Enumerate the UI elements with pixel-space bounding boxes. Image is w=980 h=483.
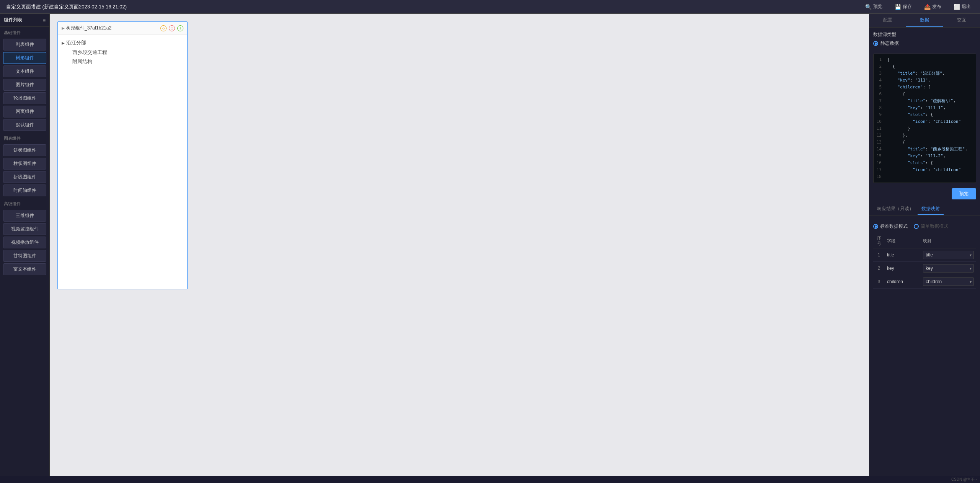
row-1-mapping-wrapper: title key children — [923, 251, 974, 259]
sidebar-item-line[interactable]: 折线图组件 — [3, 171, 46, 183]
mapping-table: 序号 字段 映射 1 title title — [873, 233, 976, 289]
col-header-field: 字段 — [885, 233, 921, 248]
tree-node-label-child2: 附属结构 — [72, 59, 92, 64]
row-1-mapping-select[interactable]: title key children — [923, 251, 974, 259]
row-2-mapping-wrapper: key title children — [923, 264, 974, 273]
code-lines: 12345 678910 1112131415 161718 [ { "titl… — [874, 54, 976, 183]
group-label-advanced: 高级组件 — [0, 198, 49, 208]
sidebar-toggle-icon[interactable]: ≡ — [43, 18, 46, 23]
sidebar-item-carousel[interactable]: 轮播图组件 — [3, 92, 46, 104]
code-content: [ { "title": "沿江分部", "key": "111", "chil… — [884, 54, 976, 183]
tab-data-mapping[interactable]: 数据映射 — [918, 203, 944, 215]
top-actions: 🔍 预览 💾 保存 📤 发布 ⬜ 退出 — [862, 2, 974, 11]
widget-arrow: ▶ — [62, 26, 65, 30]
simple-mode[interactable]: 简单数据模式 — [914, 223, 948, 230]
tab-config[interactable]: 配置 — [869, 14, 906, 27]
sidebar-item-webpage[interactable]: 网页组件 — [3, 106, 46, 117]
sidebar-title: 组件列表 — [4, 17, 22, 23]
row-3-field: children — [885, 275, 921, 289]
sidebar-item-richtext[interactable]: 富文本组件 — [3, 263, 46, 275]
line-numbers: 12345 678910 1112131415 161718 — [874, 54, 884, 183]
code-line-5: "children": [ — [887, 84, 973, 91]
publish-icon: 📤 — [924, 4, 931, 10]
row-3-mapping-cell: children title key — [921, 275, 976, 289]
tab-response-result[interactable]: 响应结果（只读） — [873, 203, 918, 215]
tab-interaction[interactable]: 交互 — [943, 14, 980, 27]
row-3-mapping-wrapper: children title key — [923, 277, 974, 286]
standard-mode[interactable]: 标准数据模式 — [873, 223, 908, 230]
code-line-11: } — [887, 125, 973, 132]
widget-header: ▶ 树形组件_37af1b21a2 ○ ○ + — [58, 22, 187, 35]
mapping-modes-row: 标准数据模式 简单数据模式 — [873, 223, 976, 230]
top-bar: 自定义页面搭建 (新建自定义页面2023-02-15 16:21:02) 🔍 预… — [0, 0, 980, 14]
preview-icon: 🔍 — [865, 4, 872, 10]
publish-button[interactable]: 📤 发布 — [921, 2, 944, 11]
sidebar-item-gantt[interactable]: 甘特图组件 — [3, 250, 46, 262]
code-editor[interactable]: 12345 678910 1112131415 161718 [ { "titl… — [873, 54, 976, 183]
code-line-13: { — [887, 139, 973, 146]
widget-close-button[interactable]: ○ — [169, 25, 175, 31]
tree-child-1[interactable]: 西乡段交通工程 — [62, 48, 183, 57]
code-line-7: "title": "疏解桥\t", — [887, 98, 973, 104]
code-line-9: "slots": { — [887, 111, 973, 118]
response-tabs: 响应结果（只读） 数据映射 — [869, 203, 980, 215]
code-line-6: { — [887, 91, 973, 98]
sidebar-item-timeline[interactable]: 时间轴组件 — [3, 184, 46, 196]
sidebar-item-video[interactable]: 视频播放组件 — [3, 237, 46, 248]
widget-title-text: 树形组件_37af1b21a2 — [66, 25, 111, 31]
tree-node-root[interactable]: ▶ 沿江分部 — [62, 38, 183, 48]
code-line-2: { — [887, 63, 973, 70]
static-data-radio[interactable] — [873, 41, 878, 46]
sidebar-item-monitor[interactable]: 视频监控组件 — [3, 223, 46, 235]
tree-child-2[interactable]: 附属结构 — [62, 57, 183, 66]
sidebar-item-tree[interactable]: 树形组件 — [3, 52, 46, 64]
code-line-1: [ — [887, 56, 973, 63]
right-panel: 配置 数据 交互 数据源类型 静态数据 12345 678910 1112131… — [869, 14, 980, 476]
row-3-num: 3 — [873, 275, 885, 289]
sidebar-item-image[interactable]: 图片组件 — [3, 79, 46, 91]
preview-button[interactable]: 🔍 预览 — [862, 2, 885, 11]
row-3-mapping-select[interactable]: children title key — [923, 277, 974, 286]
data-panel: 数据源类型 静态数据 12345 678910 1112131415 16171… — [869, 28, 980, 476]
simple-mode-radio[interactable] — [914, 224, 919, 229]
widget-minimize-button[interactable]: ○ — [160, 25, 167, 31]
sidebar-item-text[interactable]: 文本组件 — [3, 65, 46, 77]
code-line-16: "slots": { — [887, 160, 973, 166]
standard-mode-radio[interactable] — [873, 224, 878, 229]
code-line-4: "key": "111", — [887, 77, 973, 84]
widget-add-button[interactable]: + — [177, 25, 183, 31]
static-data-label: 静态数据 — [880, 40, 899, 47]
source-type-radio: 静态数据 — [873, 40, 976, 47]
widget-container[interactable]: ▶ 树形组件_37af1b21a2 ○ ○ + ▶ 沿江分部 西乡段交通工程 — [57, 21, 188, 289]
save-icon: 💾 — [895, 4, 901, 10]
row-1-num: 1 — [873, 248, 885, 262]
code-line-8: "key": "111-1", — [887, 104, 973, 111]
app-title: 自定义页面搭建 (新建自定义页面2023-02-15 16:21:02) — [6, 3, 127, 10]
code-line-3: "title": "沿江分部", — [887, 70, 973, 77]
tab-data[interactable]: 数据 — [906, 14, 943, 27]
group-label-chart: 图表组件 — [0, 132, 49, 143]
code-preview-button[interactable]: 预览 — [952, 188, 976, 199]
row-2-field: key — [885, 262, 921, 275]
source-type-section: 数据源类型 静态数据 — [873, 31, 976, 50]
exit-button[interactable]: ⬜ 退出 — [951, 2, 974, 11]
save-button[interactable]: 💾 保存 — [892, 2, 915, 11]
sidebar-item-bar[interactable]: 柱状图组件 — [3, 158, 46, 170]
simple-mode-label: 简单数据模式 — [921, 223, 948, 230]
sidebar-item-default[interactable]: 默认组件 — [3, 119, 46, 131]
row-1-field: title — [885, 248, 921, 262]
col-header-mapping: 映射 — [921, 233, 976, 248]
row-2-mapping-select[interactable]: key title children — [923, 264, 974, 273]
row-2-mapping-cell: key title children — [921, 262, 976, 275]
sidebar-item-list[interactable]: 列表组件 — [3, 39, 46, 51]
table-row: 2 key key title children — [873, 262, 976, 275]
code-line-15: "key": "111-2", — [887, 153, 973, 160]
sidebar-item-3d[interactable]: 三维组件 — [3, 210, 46, 222]
tree-node-label-child1: 西乡段交通工程 — [72, 49, 107, 55]
group-label-basic: 基础组件 — [0, 27, 49, 37]
code-line-10: "icon": "childIcon" — [887, 118, 973, 125]
sidebar-item-pie[interactable]: 饼状图组件 — [3, 144, 46, 156]
canvas-area[interactable]: ▶ 树形组件_37af1b21a2 ○ ○ + ▶ 沿江分部 西乡段交通工程 — [50, 14, 869, 476]
table-row: 3 children children title key — [873, 275, 976, 289]
main-layout: 组件列表 ≡ 基础组件 列表组件 树形组件 文本组件 图片组件 轮播图组件 网页… — [0, 14, 980, 476]
